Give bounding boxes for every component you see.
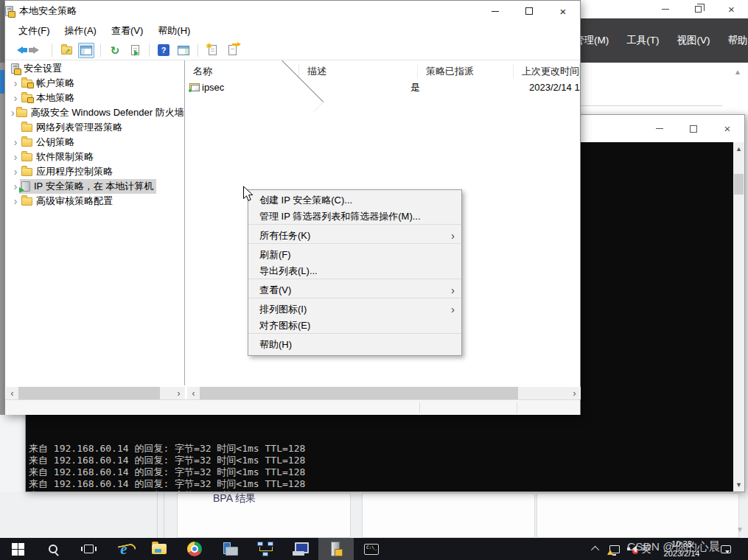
folder-icon	[21, 80, 32, 88]
restore-icon[interactable]	[682, 0, 715, 18]
submenu-chevron-icon: ›	[451, 228, 455, 244]
expand-chevron-icon[interactable]: ›	[11, 93, 20, 103]
expand-chevron-icon[interactable]: ›	[11, 196, 20, 206]
context-menu-item[interactable]: 刷新(F) ›	[248, 247, 461, 263]
tree-item[interactable]: › 应用程序控制策略	[5, 164, 184, 179]
expand-chevron-icon[interactable]: ›	[11, 152, 20, 162]
server-manager-icon[interactable]	[212, 538, 248, 560]
scroll-down-icon[interactable]: ▼	[736, 525, 744, 533]
tree-item[interactable]: › IP 安全策略，在 本地计算机	[5, 179, 184, 194]
refresh-icon[interactable]: ↻	[107, 43, 123, 58]
context-menu-item-label: 创建 IP 安全策略(C)...	[259, 195, 352, 206]
column-header[interactable]: 策略已指派	[418, 64, 514, 79]
help-icon[interactable]: ?	[155, 43, 172, 58]
menu-item[interactable]: 操作(A)	[57, 21, 104, 41]
cmd-vertical-scrollbar[interactable]: ▲ ▼	[733, 142, 744, 491]
dashboard-tile	[536, 493, 739, 538]
maximize-icon[interactable]	[677, 115, 710, 142]
scrollbar-thumb[interactable]	[734, 174, 744, 195]
context-menu-item[interactable]: 查看(V) ›	[248, 282, 461, 298]
cmd-icon[interactable]: C:\_	[354, 538, 389, 560]
back-icon[interactable]	[10, 43, 26, 58]
column-header[interactable]: 上次更改时间	[514, 64, 580, 79]
file-explorer-icon[interactable]	[141, 538, 177, 560]
chrome-icon[interactable]	[177, 538, 212, 560]
tree-item-label: 本地策略	[36, 91, 74, 105]
tree-item[interactable]: › 高级审核策略配置	[5, 194, 184, 209]
tree-item[interactable]: › 网络列表管理器策略	[5, 120, 184, 135]
context-menu-item[interactable]: 帮助(H) ›	[248, 337, 461, 353]
minimize-icon[interactable]	[643, 115, 677, 142]
minimize-icon[interactable]	[478, 1, 512, 21]
server-manager-menu-item[interactable]: 帮助(H)	[728, 34, 748, 47]
close-icon[interactable]: ×	[710, 115, 744, 142]
ie-icon[interactable]: e	[106, 538, 141, 560]
scroll-left-icon[interactable]: ‹	[187, 387, 200, 399]
expand-chevron-icon[interactable]: ›	[11, 137, 20, 147]
tree-item[interactable]: › 公钥策略	[5, 135, 184, 150]
scroll-up-icon[interactable]: ▲	[733, 145, 744, 153]
scroll-left-icon[interactable]: ‹	[6, 387, 18, 399]
workstation-icon[interactable]	[283, 538, 318, 560]
scrollbar-thumb[interactable]	[18, 387, 160, 399]
scroll-right-icon[interactable]: ›	[568, 387, 581, 399]
export-list-icon[interactable]	[127, 43, 143, 58]
list-horizontal-scrollbar[interactable]: ‹ ›	[187, 387, 581, 399]
expand-chevron-icon[interactable]: ›	[11, 78, 20, 88]
scrollbar-thumb[interactable]	[200, 387, 518, 399]
task-view-icon[interactable]	[71, 538, 106, 560]
desktop: × 管理(M)工具(T)视图(V)帮助(H) ▲ BPA 结果 ▼ × 来自 1…	[0, 0, 748, 560]
new-policy-icon[interactable]: ✱	[204, 43, 220, 58]
secpol-icon[interactable]	[318, 538, 354, 560]
show-action-pane-icon[interactable]	[175, 43, 192, 58]
scroll-right-icon[interactable]: ›	[172, 387, 185, 399]
search-icon[interactable]	[35, 538, 71, 560]
tray-chevron-icon[interactable]	[589, 538, 604, 560]
tree-item-security-settings[interactable]: 安全设置	[5, 60, 184, 76]
context-menu-item[interactable]: 管理 IP 筛选器列表和筛选器操作(M)... ›	[248, 209, 461, 225]
tree-item-label: 高级安全 Windows Defender 防火墙	[31, 106, 184, 119]
context-menu-item[interactable]: 所有任务(K) ›	[248, 228, 461, 244]
cmd-window-controls: ×	[643, 115, 744, 142]
console-output-line: 来自 192.168.60.14 的回复: 字节=32 时间<1ms TTL=1…	[29, 455, 305, 466]
console-output-line: 来自 192.168.60.14 的回复: 字节=32 时间<1ms TTL=1…	[29, 490, 305, 491]
context-menu-item[interactable]: 导出列表(L)... ›	[248, 263, 461, 279]
start-icon[interactable]	[0, 538, 35, 560]
context-menu: 创建 IP 安全策略(C)... › 管理 IP 筛选器列表和筛选器操作(M).…	[248, 189, 462, 356]
policy-row[interactable]: ipsec 是 2023/2/14 1	[185, 80, 580, 94]
console-tree-pane: 安全设置 › 帐户策略 ›	[5, 60, 185, 385]
scroll-up-icon[interactable]: ▲	[734, 68, 741, 76]
server-manager-menu-item[interactable]: 视图(V)	[677, 34, 710, 47]
context-menu-item[interactable]: 对齐图标(E) ›	[248, 318, 461, 334]
tree-item[interactable]: › 软件限制策略	[5, 150, 184, 164]
scroll-down-icon[interactable]: ▼	[733, 481, 744, 489]
network-places-icon[interactable]	[248, 538, 283, 560]
tree-item[interactable]: › 帐户策略	[5, 76, 184, 91]
context-menu-item-label: 管理 IP 筛选器列表和筛选器操作(M)...	[259, 211, 421, 222]
column-header[interactable]: 描述	[299, 64, 418, 79]
lsp-menubar: 文件(F)操作(A)查看(V)帮助(H)	[5, 21, 580, 41]
context-menu-item[interactable]: 创建 IP 安全策略(C)... ›	[248, 192, 461, 209]
expand-chevron-icon[interactable]: ›	[11, 167, 20, 177]
network-status-icon[interactable]	[607, 538, 623, 560]
tree-item[interactable]: › 高级安全 Windows Defender 防火墙	[5, 105, 184, 120]
context-menu-item[interactable]: 排列图标(I) ›	[248, 301, 461, 318]
forward-icon[interactable]	[29, 43, 46, 58]
menu-item[interactable]: 文件(F)	[11, 21, 57, 41]
bpa-results-label: BPA 结果	[213, 492, 256, 505]
manage-filter-lists-icon[interactable]	[224, 43, 240, 58]
tree-horizontal-scrollbar[interactable]: ‹ ›	[6, 387, 185, 399]
maximize-icon[interactable]	[512, 1, 546, 21]
ping-output: 来自 192.168.60.14 的回复: 字节=32 时间<1ms TTL=1…	[29, 407, 305, 491]
close-icon[interactable]: ×	[715, 0, 748, 18]
minimize-icon[interactable]	[649, 0, 682, 18]
tree-item[interactable]: › 本地策略	[5, 91, 184, 105]
show-console-tree-icon[interactable]	[78, 43, 94, 58]
menu-item[interactable]: 帮助(H)	[150, 21, 198, 41]
close-icon[interactable]: ×	[546, 1, 580, 21]
submenu-chevron-icon: ›	[451, 282, 455, 298]
menu-item[interactable]: 查看(V)	[104, 21, 150, 41]
tree-item-label: 软件限制策略	[36, 150, 94, 164]
server-manager-menu-item[interactable]: 工具(T)	[626, 34, 659, 47]
up-folder-icon[interactable]: ➚	[58, 43, 74, 58]
